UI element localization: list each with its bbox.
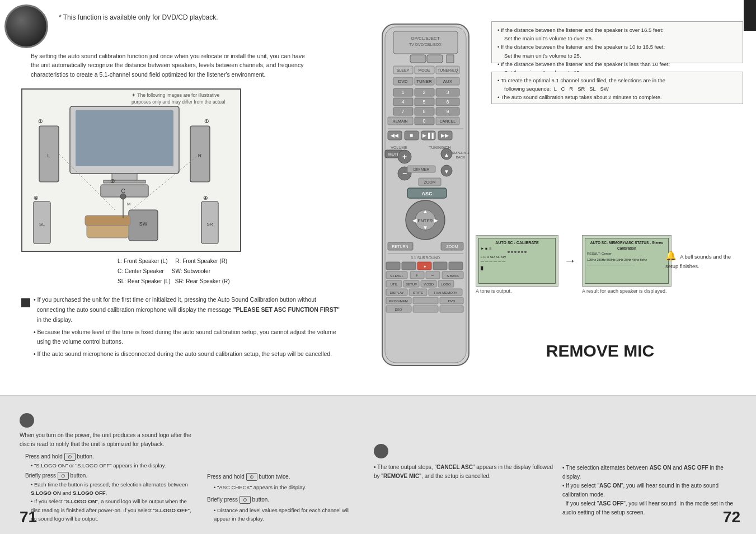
black-square-bullet xyxy=(21,298,30,307)
svg-text:C: C xyxy=(121,188,125,194)
svg-text:UTIL: UTIL xyxy=(390,283,398,286)
svg-text:▶▶: ▶▶ xyxy=(441,133,449,138)
svg-text:L: L xyxy=(47,153,50,158)
svg-text:④: ④ xyxy=(203,195,208,201)
svg-text:V.LEVEL: V.LEVEL xyxy=(390,274,403,278)
svg-rect-150 xyxy=(440,306,463,312)
svg-rect-118 xyxy=(433,262,447,270)
svg-text:5.1 SURROUND: 5.1 SURROUND xyxy=(411,256,440,260)
svg-text:①: ① xyxy=(38,119,43,124)
svg-text:−: − xyxy=(431,273,434,278)
svg-text:V.OSD: V.OSD xyxy=(424,283,434,286)
screen-displays-section: AUTO SC : CALIBRATE ► ■ ⏸ L C R SR SL SW… xyxy=(476,235,672,294)
svg-text:S.BASS: S.BASS xyxy=(447,274,459,278)
svg-rect-1 xyxy=(76,110,173,166)
svg-text:THAI MEMORY: THAI MEMORY xyxy=(434,291,457,294)
svg-text:RETURN: RETURN xyxy=(392,245,408,249)
svg-text:VOLUME: VOLUME xyxy=(391,146,407,149)
svg-text:①: ① xyxy=(204,119,209,124)
svg-text:DVD: DVD xyxy=(448,299,456,303)
svg-text:●: ● xyxy=(424,264,426,268)
svg-rect-115 xyxy=(402,262,416,270)
svg-text:TUNER: TUNER xyxy=(416,79,432,84)
top-right-corner-black xyxy=(744,0,756,31)
svg-text:0: 0 xyxy=(422,118,425,124)
svg-text:SLEEP: SLEEP xyxy=(397,68,410,72)
svg-text:DIMMER: DIMMER xyxy=(414,167,429,171)
svg-text:CANCEL: CANCEL xyxy=(440,119,456,123)
svg-text:LOGO: LOGO xyxy=(441,283,451,286)
svg-text:▼: ▼ xyxy=(422,224,428,231)
remote-control: OP/CL/EJECT TV DVD/CBL/BOX SLEEP MODE TU… xyxy=(374,21,477,367)
svg-rect-144 xyxy=(413,297,438,304)
svg-text:▶: ▶ xyxy=(434,217,438,223)
screen-label-1: A tone is output. xyxy=(476,288,558,294)
svg-text:1: 1 xyxy=(401,90,404,95)
bottom-section-logo: When you turn on the power, the unit pro… xyxy=(20,413,198,523)
svg-text:②: ② xyxy=(110,179,115,184)
info-box-sequence: • To create the optimal 5.1 channel soun… xyxy=(491,72,743,104)
bell-note: 🔔 A bell sounds and the setup finishes. xyxy=(665,249,744,270)
svg-text:◀◀: ◀◀ xyxy=(391,133,398,138)
svg-text:SW: SW xyxy=(139,221,148,227)
bottom-section-asc-onoff: • The selection alternates between ASC O… xyxy=(562,463,739,517)
svg-text:R: R xyxy=(198,153,202,158)
svg-point-19 xyxy=(120,194,126,199)
page-number-72: 72 xyxy=(723,508,740,526)
svg-text:ENTER: ENTER xyxy=(417,218,433,223)
svg-text:BACK: BACK xyxy=(456,156,465,159)
bottom-circle-bullet-2 xyxy=(374,444,388,458)
speaker-legend: L: Front Speaker (L) R: Front Speaker (R… xyxy=(118,256,230,287)
svg-text:TV DVD/CBL/BOX: TV DVD/CBL/BOX xyxy=(409,43,442,46)
svg-rect-33 xyxy=(410,55,426,63)
svg-text:7: 7 xyxy=(401,109,404,114)
svg-rect-2 xyxy=(112,174,137,180)
intro-text: By setting the auto sound calibration fu… xyxy=(31,51,364,79)
arrow-between-screens: → xyxy=(564,235,576,287)
svg-text:9: 9 xyxy=(446,109,449,114)
speaker-diagram-svg: C SW L R SL SR M ① ① ④ ④ ② xyxy=(25,98,238,249)
notes-section: • If you purchased the unit for the firs… xyxy=(34,295,364,359)
svg-text:■: ■ xyxy=(410,132,413,138)
svg-text:④: ④ xyxy=(34,195,38,201)
svg-text:MODE: MODE xyxy=(419,68,430,72)
svg-text:▲: ▲ xyxy=(444,152,449,158)
remove-mic-heading: REMOVE MIC xyxy=(490,341,711,360)
page-number-71: 71 xyxy=(20,508,37,526)
svg-text:DISPLAY: DISPLAY xyxy=(390,291,404,294)
svg-marker-35 xyxy=(447,55,454,63)
svg-text:TUNER/EQ: TUNER/EQ xyxy=(438,68,458,73)
svg-rect-119 xyxy=(449,262,463,270)
bell-icon: 🔔 xyxy=(665,251,677,260)
svg-text:4: 4 xyxy=(401,99,404,105)
svg-text:DVD: DVD xyxy=(398,79,408,84)
svg-rect-114 xyxy=(386,262,400,270)
svg-rect-149 xyxy=(413,306,438,312)
svg-text:6: 6 xyxy=(446,99,449,105)
info-box-volume: • If the distance between the listener a… xyxy=(491,21,743,63)
svg-rect-17 xyxy=(85,216,130,226)
svg-text:PROG/MEM: PROG/MEM xyxy=(389,299,407,303)
svg-rect-34 xyxy=(427,55,443,63)
svg-text:▶▐▐: ▶▐▐ xyxy=(422,132,434,139)
bottom-section-asc-check: Press and hold ⊙ button twice. • "ASC CH… xyxy=(207,472,357,523)
screen-display-1: AUTO SC : CALIBRATE ► ■ ⏸ L C R SR SL SW… xyxy=(476,235,558,287)
svg-text:◀: ◀ xyxy=(412,217,417,223)
screen-display-2: AUTO SC: MEMORY/ASC STATUS - Stereo Cali… xyxy=(582,235,672,287)
svg-text:REMAIN: REMAIN xyxy=(392,119,407,123)
svg-text:ZOOM: ZOOM xyxy=(424,180,436,184)
svg-text:5: 5 xyxy=(422,99,425,105)
svg-text:OP/CL/EJECT: OP/CL/EJECT xyxy=(411,36,440,41)
svg-text:ZOOM: ZOOM xyxy=(447,245,458,249)
svg-text:+: + xyxy=(415,273,418,278)
svg-text:ASC: ASC xyxy=(421,191,433,196)
svg-text:SL: SL xyxy=(39,222,45,227)
svg-text:STATE: STATE xyxy=(413,291,423,294)
svg-text:SR: SR xyxy=(206,222,213,227)
svg-text:AUX: AUX xyxy=(443,79,453,84)
logo-circle xyxy=(4,4,48,48)
svg-text:SUPER 5.1: SUPER 5.1 xyxy=(452,151,469,154)
bottom-circle-bullet-1 xyxy=(20,413,34,428)
bottom-section-cancel: • The tone output stops, "CANCEL ASC" ap… xyxy=(374,444,558,481)
svg-text:▲: ▲ xyxy=(422,208,428,214)
